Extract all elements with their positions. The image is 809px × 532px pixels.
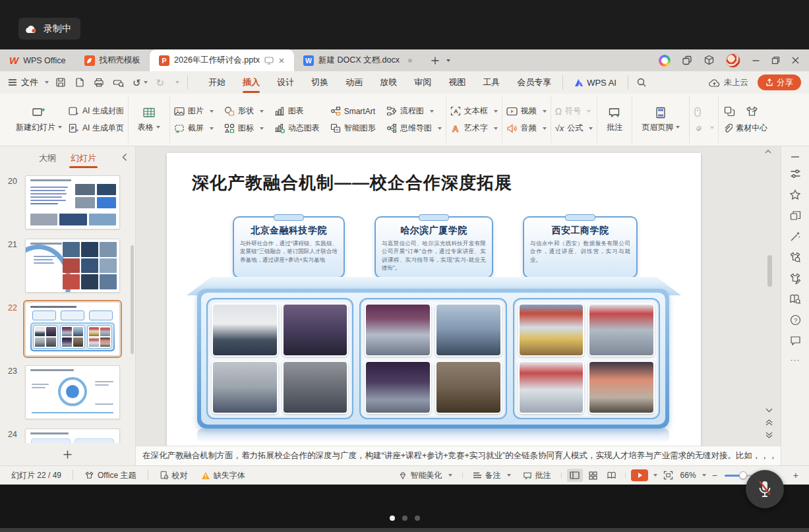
- tab-docer-templates[interactable]: 找稻壳模板: [75, 49, 150, 71]
- photo-placeholder[interactable]: [365, 361, 431, 414]
- zoom-out-icon[interactable]: −: [712, 470, 717, 481]
- minimize-icon[interactable]: [752, 56, 760, 65]
- slide-title-textbox[interactable]: 深化产教融合机制——校企合作深度拓展: [192, 171, 512, 194]
- slideshow-play-button[interactable]: [631, 469, 648, 481]
- zoom-in-icon[interactable]: +: [793, 470, 798, 481]
- tab-close-icon[interactable]: [278, 57, 285, 64]
- photo-placeholder[interactable]: [435, 303, 502, 357]
- comment-status-button[interactable]: 批注: [518, 470, 556, 481]
- slide-thumbnail-23[interactable]: 23: [0, 365, 135, 419]
- view-reading-button[interactable]: [604, 469, 620, 482]
- menu-item-member[interactable]: 会员专享: [508, 71, 560, 94]
- smart-beautify-button[interactable]: 智能美化: [394, 470, 457, 481]
- menu-item-insert[interactable]: 插入: [234, 71, 268, 94]
- video-button[interactable]: 视频: [506, 105, 547, 117]
- card-harbin[interactable]: 哈尔滨广厦学院 与嘉慧信公司、哈尔滨光线科技开发有限公司开展“订单”合作，通过专…: [375, 216, 493, 278]
- ai-generate-cover-button[interactable]: AI 生成封面: [69, 105, 124, 117]
- zoom-slider-knob[interactable]: [739, 471, 747, 479]
- material-shirt-icon[interactable]: [746, 106, 758, 117]
- sidebar-scrollbar[interactable]: [131, 245, 134, 354]
- photo-group-harbin[interactable]: [359, 298, 506, 419]
- tab-presentation-active[interactable]: P 2026年工作研讨会.pptx: [150, 49, 294, 71]
- photo-placeholder[interactable]: [588, 361, 655, 414]
- dynamic-chart-button[interactable]: 动态图表: [274, 123, 320, 134]
- chart-button[interactable]: 图表: [274, 105, 320, 117]
- next-slide-icon[interactable]: [765, 432, 773, 439]
- file-menu[interactable]: 文件: [8, 76, 49, 88]
- photo-placeholder[interactable]: [365, 303, 431, 357]
- material-center-button[interactable]: 素材中心: [723, 123, 767, 134]
- effects-star-icon[interactable]: [789, 189, 801, 200]
- canvas-scrollbar[interactable]: [767, 255, 772, 287]
- header-footer-button[interactable]: 页眉页脚: [636, 105, 685, 134]
- table-button[interactable]: 表格: [133, 105, 165, 134]
- slide-thumbnail-21[interactable]: 21: [0, 239, 135, 293]
- slide-area[interactable]: 深化产教融合机制——校企合作深度拓展 北京金融科技学院 与外研社合作，通过“课程…: [136, 146, 781, 446]
- photo-placeholder[interactable]: [282, 303, 349, 357]
- collapse-rail-icon[interactable]: [791, 156, 800, 158]
- hyperlink-button[interactable]: [694, 123, 714, 133]
- view-normal-button[interactable]: [567, 469, 583, 482]
- fit-slide-icon[interactable]: [663, 471, 673, 480]
- audio-button[interactable]: 音频: [506, 123, 547, 134]
- tab-slides[interactable]: 幻灯片: [71, 150, 96, 167]
- wps-assistant-icon[interactable]: [659, 55, 671, 67]
- photo-placeholder[interactable]: [518, 303, 585, 357]
- flowchart-button[interactable]: 流程图: [386, 105, 442, 117]
- photo-placeholder[interactable]: [435, 361, 502, 414]
- photo-placeholder[interactable]: [282, 361, 349, 414]
- recording-badge[interactable]: 录制中: [18, 18, 80, 40]
- tab-docx[interactable]: W 新建 DOCX 文档.docx: [294, 49, 421, 71]
- card-beijing[interactable]: 北京金融科技学院 与外研社合作，通过“课程链、实践链、发展链”三链融合，签订国际…: [233, 216, 345, 278]
- smart-graphic-button[interactable]: 智能图形: [330, 123, 376, 134]
- photo-panel[interactable]: [197, 289, 669, 429]
- 3d-box-icon[interactable]: [704, 55, 715, 66]
- textbox-button[interactable]: A 文本框: [450, 105, 498, 117]
- new-slide-button[interactable]: 新建幻灯片: [11, 105, 67, 134]
- menu-item-wps-ai[interactable]: WPS AI: [566, 71, 625, 94]
- ai-generate-page-button[interactable]: P AI 生成单页: [69, 123, 124, 134]
- undo-button[interactable]: ↺: [133, 78, 148, 88]
- comment-button[interactable]: 批注: [601, 105, 628, 134]
- tab-outline[interactable]: 大纲: [39, 150, 56, 167]
- theme-search-icon[interactable]: [789, 252, 801, 263]
- smartart-button[interactable]: SmartArt: [330, 105, 376, 117]
- properties-sliders-icon[interactable]: [790, 168, 801, 179]
- scroll-up-icon[interactable]: [765, 149, 771, 154]
- menu-item-animations[interactable]: 动画: [337, 71, 371, 94]
- save-icon[interactable]: [55, 77, 66, 88]
- proofread-button[interactable]: 校对: [155, 470, 193, 481]
- zoom-level[interactable]: 66%: [679, 471, 707, 480]
- slide-thumbnail-24[interactable]: 24: [0, 429, 135, 443]
- mouse-action-button[interactable]: [694, 107, 714, 117]
- redo-icon[interactable]: ↻: [156, 78, 165, 88]
- scroll-down-icon[interactable]: [765, 408, 773, 413]
- close-window-icon[interactable]: [791, 56, 800, 65]
- magic-wand-icon[interactable]: [790, 231, 801, 242]
- resource-book-icon[interactable]: [789, 294, 801, 305]
- formula-button[interactable]: √x 公式: [555, 123, 593, 134]
- slide-thumbnail-22-selected[interactable]: 22: [0, 302, 135, 356]
- page-indicator-dots[interactable]: [390, 516, 420, 521]
- workspace-stack-icon[interactable]: [682, 55, 692, 66]
- share-button[interactable]: 分享: [758, 74, 801, 90]
- view-grid-button[interactable]: [585, 469, 601, 482]
- export-pdf-icon[interactable]: [75, 77, 85, 88]
- picture-button[interactable]: 图片: [174, 105, 214, 117]
- slide-thumbnail-20[interactable]: 20: [0, 175, 135, 229]
- icon-library-button[interactable]: 图标: [224, 123, 264, 134]
- copy-style-icon[interactable]: [724, 106, 735, 117]
- more-tools-icon[interactable]: ···: [791, 355, 800, 365]
- menu-item-slideshow[interactable]: 放映: [371, 71, 405, 94]
- screen-share-icon[interactable]: [264, 57, 274, 65]
- print-icon[interactable]: [94, 77, 104, 88]
- slide-22[interactable]: 深化产教融合机制——校企合作深度拓展 北京金融科技学院 与外研社合作，通过“课程…: [167, 153, 701, 446]
- symbol-button[interactable]: Ω 符号: [555, 105, 593, 117]
- shape-layers-icon[interactable]: [790, 210, 801, 221]
- notes-button[interactable]: 备注: [468, 470, 516, 481]
- menu-item-home[interactable]: 开始: [200, 71, 234, 94]
- theme-indicator[interactable]: Office 主题: [80, 470, 140, 481]
- mindmap-button[interactable]: 思维导图: [386, 123, 442, 134]
- menu-item-review[interactable]: 审阅: [405, 71, 440, 94]
- wordart-button[interactable]: A 艺术字: [450, 123, 498, 134]
